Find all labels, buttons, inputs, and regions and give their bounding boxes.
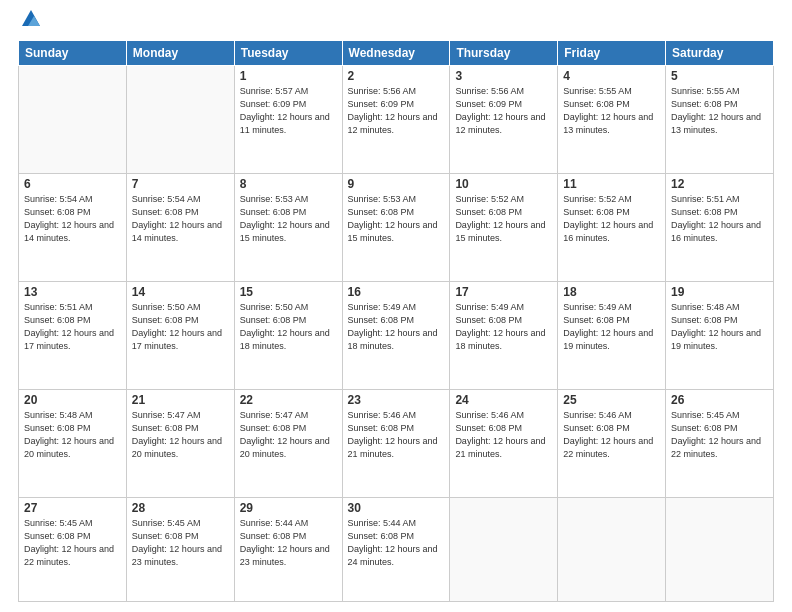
day-info: Sunrise: 5:51 AM Sunset: 6:08 PM Dayligh…	[24, 301, 121, 353]
day-info: Sunrise: 5:53 AM Sunset: 6:08 PM Dayligh…	[348, 193, 445, 245]
calendar-cell: 11Sunrise: 5:52 AM Sunset: 6:08 PM Dayli…	[558, 173, 666, 281]
calendar-cell: 17Sunrise: 5:49 AM Sunset: 6:08 PM Dayli…	[450, 281, 558, 389]
calendar-week-row: 1Sunrise: 5:57 AM Sunset: 6:09 PM Daylig…	[19, 66, 774, 174]
day-number: 14	[132, 285, 229, 299]
day-number: 22	[240, 393, 337, 407]
day-number: 24	[455, 393, 552, 407]
day-info: Sunrise: 5:46 AM Sunset: 6:08 PM Dayligh…	[348, 409, 445, 461]
calendar-cell: 30Sunrise: 5:44 AM Sunset: 6:08 PM Dayli…	[342, 497, 450, 601]
calendar-cell: 6Sunrise: 5:54 AM Sunset: 6:08 PM Daylig…	[19, 173, 127, 281]
day-info: Sunrise: 5:50 AM Sunset: 6:08 PM Dayligh…	[240, 301, 337, 353]
logo-text	[18, 18, 42, 30]
day-number: 13	[24, 285, 121, 299]
day-number: 5	[671, 69, 768, 83]
calendar-week-row: 27Sunrise: 5:45 AM Sunset: 6:08 PM Dayli…	[19, 497, 774, 601]
calendar-cell: 5Sunrise: 5:55 AM Sunset: 6:08 PM Daylig…	[666, 66, 774, 174]
day-info: Sunrise: 5:54 AM Sunset: 6:08 PM Dayligh…	[132, 193, 229, 245]
day-number: 18	[563, 285, 660, 299]
calendar-cell	[558, 497, 666, 601]
day-info: Sunrise: 5:55 AM Sunset: 6:08 PM Dayligh…	[563, 85, 660, 137]
calendar-cell: 13Sunrise: 5:51 AM Sunset: 6:08 PM Dayli…	[19, 281, 127, 389]
calendar-cell	[666, 497, 774, 601]
day-number: 8	[240, 177, 337, 191]
day-number: 15	[240, 285, 337, 299]
calendar-cell	[450, 497, 558, 601]
day-info: Sunrise: 5:51 AM Sunset: 6:08 PM Dayligh…	[671, 193, 768, 245]
calendar-cell: 1Sunrise: 5:57 AM Sunset: 6:09 PM Daylig…	[234, 66, 342, 174]
calendar-cell: 9Sunrise: 5:53 AM Sunset: 6:08 PM Daylig…	[342, 173, 450, 281]
day-info: Sunrise: 5:55 AM Sunset: 6:08 PM Dayligh…	[671, 85, 768, 137]
day-info: Sunrise: 5:50 AM Sunset: 6:08 PM Dayligh…	[132, 301, 229, 353]
calendar-cell: 12Sunrise: 5:51 AM Sunset: 6:08 PM Dayli…	[666, 173, 774, 281]
day-number: 23	[348, 393, 445, 407]
calendar-cell: 16Sunrise: 5:49 AM Sunset: 6:08 PM Dayli…	[342, 281, 450, 389]
calendar-cell: 10Sunrise: 5:52 AM Sunset: 6:08 PM Dayli…	[450, 173, 558, 281]
day-number: 17	[455, 285, 552, 299]
day-info: Sunrise: 5:52 AM Sunset: 6:08 PM Dayligh…	[563, 193, 660, 245]
day-info: Sunrise: 5:49 AM Sunset: 6:08 PM Dayligh…	[348, 301, 445, 353]
day-info: Sunrise: 5:45 AM Sunset: 6:08 PM Dayligh…	[671, 409, 768, 461]
col-header-tuesday: Tuesday	[234, 41, 342, 66]
day-info: Sunrise: 5:52 AM Sunset: 6:08 PM Dayligh…	[455, 193, 552, 245]
calendar-cell	[19, 66, 127, 174]
day-info: Sunrise: 5:47 AM Sunset: 6:08 PM Dayligh…	[132, 409, 229, 461]
day-number: 3	[455, 69, 552, 83]
day-info: Sunrise: 5:56 AM Sunset: 6:09 PM Dayligh…	[348, 85, 445, 137]
day-number: 26	[671, 393, 768, 407]
day-info: Sunrise: 5:54 AM Sunset: 6:08 PM Dayligh…	[24, 193, 121, 245]
calendar-cell: 23Sunrise: 5:46 AM Sunset: 6:08 PM Dayli…	[342, 389, 450, 497]
day-number: 25	[563, 393, 660, 407]
calendar-cell: 18Sunrise: 5:49 AM Sunset: 6:08 PM Dayli…	[558, 281, 666, 389]
col-header-friday: Friday	[558, 41, 666, 66]
day-info: Sunrise: 5:45 AM Sunset: 6:08 PM Dayligh…	[24, 517, 121, 569]
col-header-sunday: Sunday	[19, 41, 127, 66]
day-number: 29	[240, 501, 337, 515]
calendar-cell: 25Sunrise: 5:46 AM Sunset: 6:08 PM Dayli…	[558, 389, 666, 497]
day-number: 12	[671, 177, 768, 191]
day-info: Sunrise: 5:46 AM Sunset: 6:08 PM Dayligh…	[563, 409, 660, 461]
calendar-header-row: SundayMondayTuesdayWednesdayThursdayFrid…	[19, 41, 774, 66]
calendar-week-row: 13Sunrise: 5:51 AM Sunset: 6:08 PM Dayli…	[19, 281, 774, 389]
day-number: 6	[24, 177, 121, 191]
day-info: Sunrise: 5:44 AM Sunset: 6:08 PM Dayligh…	[348, 517, 445, 569]
day-info: Sunrise: 5:49 AM Sunset: 6:08 PM Dayligh…	[563, 301, 660, 353]
calendar-cell: 20Sunrise: 5:48 AM Sunset: 6:08 PM Dayli…	[19, 389, 127, 497]
day-number: 28	[132, 501, 229, 515]
calendar: SundayMondayTuesdayWednesdayThursdayFrid…	[18, 40, 774, 602]
calendar-week-row: 6Sunrise: 5:54 AM Sunset: 6:08 PM Daylig…	[19, 173, 774, 281]
calendar-cell: 2Sunrise: 5:56 AM Sunset: 6:09 PM Daylig…	[342, 66, 450, 174]
logo-icon	[20, 8, 42, 30]
day-number: 2	[348, 69, 445, 83]
day-number: 1	[240, 69, 337, 83]
calendar-cell	[126, 66, 234, 174]
calendar-cell: 22Sunrise: 5:47 AM Sunset: 6:08 PM Dayli…	[234, 389, 342, 497]
day-number: 7	[132, 177, 229, 191]
day-info: Sunrise: 5:48 AM Sunset: 6:08 PM Dayligh…	[671, 301, 768, 353]
day-number: 20	[24, 393, 121, 407]
col-header-thursday: Thursday	[450, 41, 558, 66]
calendar-cell: 8Sunrise: 5:53 AM Sunset: 6:08 PM Daylig…	[234, 173, 342, 281]
calendar-cell: 27Sunrise: 5:45 AM Sunset: 6:08 PM Dayli…	[19, 497, 127, 601]
day-info: Sunrise: 5:46 AM Sunset: 6:08 PM Dayligh…	[455, 409, 552, 461]
day-number: 16	[348, 285, 445, 299]
day-info: Sunrise: 5:57 AM Sunset: 6:09 PM Dayligh…	[240, 85, 337, 137]
calendar-cell: 24Sunrise: 5:46 AM Sunset: 6:08 PM Dayli…	[450, 389, 558, 497]
calendar-cell: 14Sunrise: 5:50 AM Sunset: 6:08 PM Dayli…	[126, 281, 234, 389]
calendar-cell: 21Sunrise: 5:47 AM Sunset: 6:08 PM Dayli…	[126, 389, 234, 497]
calendar-cell: 26Sunrise: 5:45 AM Sunset: 6:08 PM Dayli…	[666, 389, 774, 497]
calendar-cell: 4Sunrise: 5:55 AM Sunset: 6:08 PM Daylig…	[558, 66, 666, 174]
calendar-cell: 28Sunrise: 5:45 AM Sunset: 6:08 PM Dayli…	[126, 497, 234, 601]
day-info: Sunrise: 5:53 AM Sunset: 6:08 PM Dayligh…	[240, 193, 337, 245]
day-info: Sunrise: 5:44 AM Sunset: 6:08 PM Dayligh…	[240, 517, 337, 569]
day-info: Sunrise: 5:56 AM Sunset: 6:09 PM Dayligh…	[455, 85, 552, 137]
header	[18, 18, 774, 30]
day-number: 10	[455, 177, 552, 191]
page: SundayMondayTuesdayWednesdayThursdayFrid…	[0, 0, 792, 612]
day-number: 21	[132, 393, 229, 407]
calendar-cell: 3Sunrise: 5:56 AM Sunset: 6:09 PM Daylig…	[450, 66, 558, 174]
col-header-saturday: Saturday	[666, 41, 774, 66]
day-number: 11	[563, 177, 660, 191]
logo	[18, 18, 42, 30]
day-info: Sunrise: 5:49 AM Sunset: 6:08 PM Dayligh…	[455, 301, 552, 353]
col-header-monday: Monday	[126, 41, 234, 66]
